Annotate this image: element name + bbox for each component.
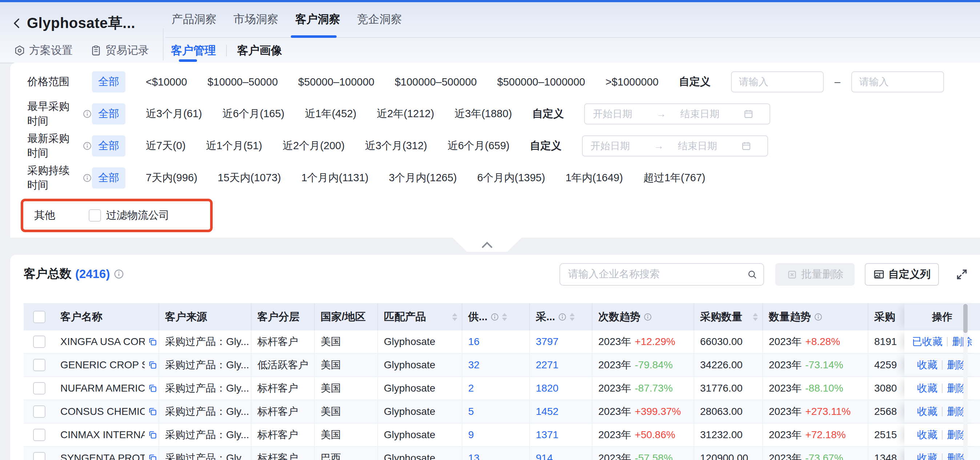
filter-option[interactable]: 近1个月(51) — [206, 139, 262, 153]
filter-option[interactable]: 6个月内(1395) — [477, 171, 545, 185]
filter-option[interactable]: 近6个月(165) — [223, 107, 285, 121]
purchases-count-link[interactable]: 914 — [530, 447, 592, 460]
info-icon[interactable] — [643, 313, 652, 321]
customer-name-link[interactable]: SYNGENTA PROTEC — [60, 452, 145, 460]
tab-customer-insight[interactable]: 客户洞察 — [294, 12, 341, 27]
copy-icon[interactable] — [148, 383, 158, 393]
suppliers-count-link[interactable]: 16 — [462, 331, 530, 353]
filter-option-selected[interactable]: 全部 — [92, 103, 126, 125]
customer-name-link[interactable]: XINGFA USA CORPO — [60, 336, 145, 348]
suppliers-count-link[interactable]: 2 — [462, 377, 530, 399]
filter-option[interactable]: 超过1年(767) — [643, 171, 706, 185]
tab-product-insight[interactable]: 产品洞察 — [171, 12, 217, 27]
search-icon[interactable] — [747, 269, 757, 280]
favorite-link[interactable]: 收藏 — [917, 358, 937, 372]
favorite-link[interactable]: 收藏 — [917, 382, 937, 395]
table-scrollbar-thumb[interactable] — [963, 304, 968, 333]
row-checkbox[interactable] — [33, 429, 45, 441]
sort-caret[interactable] — [502, 313, 507, 321]
purchases-count-link[interactable]: 3797 — [530, 331, 592, 353]
filter-option[interactable]: $10000–50000 — [208, 76, 278, 88]
suppliers-count-link[interactable]: 5 — [462, 400, 530, 423]
info-icon[interactable] — [490, 313, 499, 321]
customize-columns-button[interactable]: 自定义列 — [865, 263, 939, 286]
date-range-picker[interactable]: 开始日期 → 结束日期 — [582, 136, 768, 157]
copy-icon[interactable] — [148, 337, 158, 347]
filter-option[interactable]: <$10000 — [146, 76, 187, 88]
company-search-input[interactable] — [560, 264, 743, 284]
custom-range-label[interactable]: 自定义 — [530, 139, 562, 153]
trade-records-button[interactable]: 贸易记录 — [90, 43, 149, 58]
info-icon[interactable] — [113, 268, 124, 280]
info-icon[interactable] — [814, 313, 822, 321]
row-checkbox[interactable] — [33, 406, 45, 418]
filter-option-selected[interactable]: 全部 — [92, 71, 126, 93]
collapse-filter-tab[interactable] — [453, 238, 522, 252]
row-checkbox[interactable] — [33, 335, 45, 348]
table-scrollbar-track[interactable] — [963, 303, 968, 460]
filter-logistics-checkbox[interactable] — [89, 209, 101, 222]
filter-option[interactable]: 近3个月(61) — [146, 107, 202, 121]
filter-option[interactable]: 近1年(452) — [305, 107, 356, 121]
filter-option[interactable]: 15天内(1073) — [218, 171, 281, 185]
filter-option[interactable]: 近7天(0) — [146, 139, 186, 153]
row-checkbox[interactable] — [33, 382, 45, 395]
scheme-settings-button[interactable]: 方案设置 — [14, 43, 73, 58]
copy-icon[interactable] — [148, 453, 158, 460]
suppliers-count-link[interactable]: 9 — [462, 423, 530, 446]
delete-link[interactable]: 删除 — [952, 335, 972, 349]
batch-delete-button[interactable]: 批量删除 — [775, 263, 854, 286]
filter-option[interactable]: 3个月内(1265) — [389, 171, 457, 185]
price-max-input[interactable] — [851, 71, 944, 93]
suppliers-count-link[interactable]: 32 — [462, 354, 530, 376]
filter-option[interactable]: 1年内(1649) — [566, 171, 623, 185]
back-icon[interactable] — [11, 16, 23, 30]
info-icon[interactable] — [83, 141, 92, 151]
purchases-count-link[interactable]: 1371 — [530, 423, 592, 446]
select-all-checkbox[interactable] — [33, 311, 45, 323]
filter-option[interactable]: $50000–100000 — [298, 76, 374, 88]
date-range-picker[interactable]: 开始日期 → 结束日期 — [584, 103, 770, 125]
filter-option[interactable]: 7天内(996) — [146, 171, 197, 185]
filter-option[interactable]: 近2年(1212) — [377, 107, 434, 121]
filter-option[interactable]: $100000–500000 — [395, 76, 477, 88]
sort-caret[interactable] — [452, 313, 457, 321]
info-icon[interactable] — [83, 173, 92, 183]
favorite-link[interactable]: 已收藏 — [912, 335, 943, 349]
row-checkbox[interactable] — [33, 452, 45, 460]
subtab-customer-management[interactable]: 客户管理 — [171, 43, 216, 58]
copy-icon[interactable] — [148, 430, 158, 440]
customer-name-link[interactable]: CINMAX INTERNATIO — [60, 429, 145, 441]
info-icon[interactable] — [83, 109, 92, 119]
customer-name-link[interactable]: GENERIC CROP SCI — [60, 359, 145, 371]
copy-icon[interactable] — [148, 360, 158, 370]
tab-competitor-insight[interactable]: 竞企洞察 — [356, 12, 403, 27]
suppliers-count-link[interactable]: 13 — [462, 447, 530, 460]
filter-option[interactable]: 1个月内(1131) — [301, 171, 369, 185]
filter-option[interactable]: >$1000000 — [606, 76, 659, 88]
sort-caret[interactable] — [753, 313, 758, 321]
custom-range-label[interactable]: 自定义 — [532, 107, 564, 121]
filter-option[interactable]: 近2个月(200) — [282, 139, 345, 153]
favorite-link[interactable]: 收藏 — [917, 428, 937, 442]
favorite-link[interactable]: 收藏 — [917, 451, 937, 460]
purchases-count-link[interactable]: 2271 — [530, 354, 592, 376]
purchases-count-link[interactable]: 1820 — [530, 377, 592, 399]
fullscreen-expand-icon[interactable] — [955, 267, 969, 282]
customer-name-link[interactable]: CONSUS CHEMICAL — [60, 406, 145, 417]
filter-option[interactable]: 近6个月(659) — [447, 139, 510, 153]
filter-option[interactable]: $500000–1000000 — [497, 76, 585, 88]
sort-caret[interactable] — [570, 313, 575, 321]
info-icon[interactable] — [558, 313, 567, 321]
copy-icon[interactable] — [148, 407, 158, 417]
purchases-count-link[interactable]: 1452 — [530, 400, 592, 423]
tab-market-insight[interactable]: 市场洞察 — [233, 12, 279, 27]
price-min-input[interactable] — [731, 71, 824, 93]
filter-option[interactable]: 近3年(1880) — [454, 107, 512, 121]
customer-name-link[interactable]: NUFARM AMERICAS, — [60, 382, 145, 394]
filter-option-selected[interactable]: 全部 — [92, 168, 126, 188]
filter-option-selected[interactable]: 全部 — [92, 136, 126, 157]
custom-range-label[interactable]: 自定义 — [679, 75, 711, 89]
subtab-customer-profile[interactable]: 客户画像 — [237, 43, 282, 58]
row-checkbox[interactable] — [33, 359, 45, 371]
